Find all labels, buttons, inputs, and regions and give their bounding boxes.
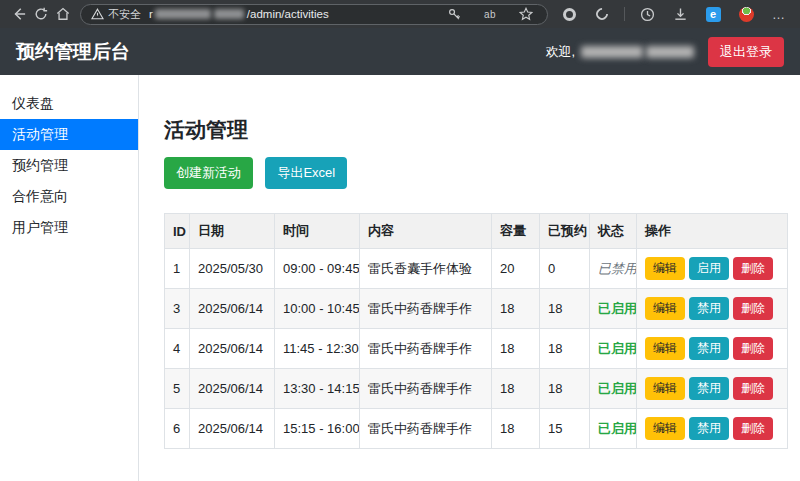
security-label: 不安全 xyxy=(108,7,141,22)
table-row: 52025/06/1413:30 - 14:15雷氏中药香牌手作1818已启用编… xyxy=(165,369,788,409)
column-header: 操作 xyxy=(637,214,788,249)
column-header: 日期 xyxy=(190,214,275,249)
sidebar-item-cooperation[interactable]: 合作意向 xyxy=(0,181,138,212)
extension-ring-icon[interactable] xyxy=(558,3,580,25)
column-header: 状态 xyxy=(590,214,637,249)
cell-status: 已启用 xyxy=(590,369,637,409)
sidebar-item-activities[interactable]: 活动管理 xyxy=(0,119,138,150)
disable-button[interactable]: 禁用 xyxy=(689,297,729,320)
status-badge: 已启用 xyxy=(598,341,637,356)
edit-button[interactable]: 编辑 xyxy=(645,337,685,360)
column-header: 时间 xyxy=(275,214,360,249)
cell-status: 已禁用 xyxy=(590,249,637,289)
table-row: 42025/06/1411:45 - 12:30雷氏中药香牌手作1818已启用编… xyxy=(165,329,788,369)
edit-button[interactable]: 编辑 xyxy=(645,297,685,320)
cell-status: 已启用 xyxy=(590,409,637,449)
column-header: ID xyxy=(165,214,190,249)
logout-button[interactable]: 退出登录 xyxy=(708,37,784,67)
app-header: 预约管理后台 欢迎, 退出登录 xyxy=(0,28,800,75)
cell-capacity: 18 xyxy=(492,289,540,329)
cell-actions: 编辑禁用删除 xyxy=(637,409,788,449)
cell-time: 11:45 - 12:30 xyxy=(275,329,360,369)
sidebar-nav: 仪表盘活动管理预约管理合作意向用户管理 xyxy=(0,75,139,481)
key-icon[interactable] xyxy=(443,3,465,25)
cell-id: 6 xyxy=(165,409,190,449)
activities-table: ID日期时间内容容量已预约状态操作 12025/05/3009:00 - 09:… xyxy=(164,213,788,449)
delete-button[interactable]: 删除 xyxy=(733,257,773,280)
cell-time: 09:00 - 09:45 xyxy=(275,249,360,289)
status-badge: 已启用 xyxy=(598,421,637,436)
cell-time: 10:00 - 10:45 xyxy=(275,289,360,329)
enable-button[interactable]: 启用 xyxy=(689,257,729,280)
delete-button[interactable]: 删除 xyxy=(733,337,773,360)
cell-date: 2025/06/14 xyxy=(190,369,275,409)
create-activity-button[interactable]: 创建新活动 xyxy=(164,157,253,189)
edit-button[interactable]: 编辑 xyxy=(645,377,685,400)
blurred-username xyxy=(646,46,694,58)
welcome-label: 欢迎, xyxy=(545,43,575,61)
extension-notch-icon[interactable] xyxy=(591,3,613,25)
cell-reserved: 0 xyxy=(540,249,590,289)
delete-button[interactable]: 删除 xyxy=(733,297,773,320)
star-icon[interactable] xyxy=(515,3,537,25)
reload-icon[interactable] xyxy=(30,3,52,25)
cell-date: 2025/06/14 xyxy=(190,289,275,329)
cell-capacity: 18 xyxy=(492,409,540,449)
disable-button[interactable]: 禁用 xyxy=(689,337,729,360)
cell-content: 雷氏中药香牌手作 xyxy=(360,409,492,449)
more-icon[interactable]: … xyxy=(768,3,790,25)
cell-id: 1 xyxy=(165,249,190,289)
cell-content: 雷氏香囊手作体验 xyxy=(360,249,492,289)
cell-actions: 编辑启用删除 xyxy=(637,249,788,289)
cell-id: 5 xyxy=(165,369,190,409)
delete-button[interactable]: 删除 xyxy=(733,377,773,400)
cell-id: 4 xyxy=(165,329,190,369)
cell-date: 2025/05/30 xyxy=(190,249,275,289)
column-header: 内容 xyxy=(360,214,492,249)
back-icon[interactable] xyxy=(8,3,30,25)
cell-capacity: 20 xyxy=(492,249,540,289)
disable-button[interactable]: 禁用 xyxy=(689,377,729,400)
cell-date: 2025/06/14 xyxy=(190,409,275,449)
status-badge: 已启用 xyxy=(598,301,637,316)
disable-button[interactable]: 禁用 xyxy=(689,417,729,440)
edit-button[interactable]: 编辑 xyxy=(645,257,685,280)
cell-actions: 编辑禁用删除 xyxy=(637,289,788,329)
warning-icon xyxy=(91,8,104,20)
status-badge: 已禁用 xyxy=(598,261,637,276)
cell-status: 已启用 xyxy=(590,289,637,329)
column-header: 已预约 xyxy=(540,214,590,249)
status-badge: 已启用 xyxy=(598,381,637,396)
sidebar-item-reservations[interactable]: 预约管理 xyxy=(0,150,138,181)
delete-button[interactable]: 删除 xyxy=(733,417,773,440)
address-bar[interactable]: 不安全 r/admin/activities ab xyxy=(80,4,548,25)
download-icon[interactable] xyxy=(669,3,691,25)
toolbar-divider xyxy=(624,7,625,21)
cell-reserved: 18 xyxy=(540,289,590,329)
page-title: 活动管理 xyxy=(164,116,788,144)
sidebar-item-dashboard[interactable]: 仪表盘 xyxy=(0,88,138,119)
cell-capacity: 18 xyxy=(492,329,540,369)
blurred-username xyxy=(581,46,643,58)
url-text: r/admin/activities xyxy=(149,8,329,20)
table-row: 62025/06/1415:15 - 16:00雷氏中药香牌手作1815已启用编… xyxy=(165,409,788,449)
sidebar-item-users[interactable]: 用户管理 xyxy=(0,212,138,243)
history-icon[interactable] xyxy=(636,3,658,25)
edit-button[interactable]: 编辑 xyxy=(645,417,685,440)
cell-content: 雷氏中药香牌手作 xyxy=(360,289,492,329)
cell-content: 雷氏中药香牌手作 xyxy=(360,329,492,369)
table-row: 12025/05/3009:00 - 09:45雷氏香囊手作体验200已禁用编辑… xyxy=(165,249,788,289)
export-excel-button[interactable]: 导出Excel xyxy=(265,157,347,189)
home-icon[interactable] xyxy=(52,3,74,25)
cell-date: 2025/06/14 xyxy=(190,329,275,369)
cell-reserved: 18 xyxy=(540,369,590,409)
colorful-extension-icon[interactable] xyxy=(735,3,757,25)
translate-icon[interactable]: ab xyxy=(479,3,501,25)
table-body: 12025/05/3009:00 - 09:45雷氏香囊手作体验200已禁用编辑… xyxy=(165,249,788,449)
table-header-row: ID日期时间内容容量已预约状态操作 xyxy=(165,214,788,249)
blurred-domain xyxy=(214,9,244,19)
browser-toolbar: 不安全 r/admin/activities ab e … xyxy=(0,0,800,28)
cell-capacity: 18 xyxy=(492,369,540,409)
edge-e-icon[interactable]: e xyxy=(702,3,724,25)
cell-reserved: 15 xyxy=(540,409,590,449)
